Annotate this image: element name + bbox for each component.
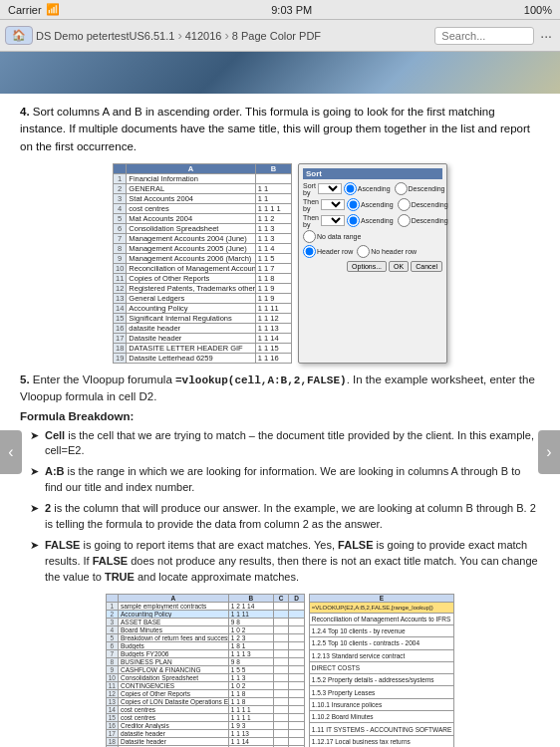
col-e-cell: 1.12.17 Local business tax returns <box>309 735 454 747</box>
sheet2-cell-d <box>289 602 304 610</box>
sheet2-cell-d <box>289 673 304 681</box>
col-e-cell: 1.10.2 Board Minutes <box>309 711 454 723</box>
bullet-arrow-3: ➤ <box>30 501 39 533</box>
bullet-content-1: Cell is the cell that we are trying to m… <box>45 428 540 460</box>
sheet2-row-num: 15 <box>106 713 118 721</box>
then-ascending-radio-1[interactable] <box>347 198 360 211</box>
sheet2-cell-b: 1 1 8 <box>228 689 273 697</box>
sheet2-cell-a: Budgets <box>118 641 228 649</box>
then-by-ascending-2[interactable]: Ascending <box>347 214 394 227</box>
sheet2-cell-d <box>289 689 304 697</box>
sheet1-row: 12Registered Patents, Trademarks other I… <box>114 283 292 293</box>
status-left: Carrier 📶 <box>8 3 60 16</box>
bullet-bold-3: 2 <box>45 502 51 514</box>
sheet2-cell-c <box>274 697 289 705</box>
then-by-select-1[interactable] <box>321 199 345 210</box>
sheet2-cell-a: cost centres <box>118 705 228 713</box>
sheet2-row: 8BUSINESS PLAN9 8 <box>106 657 304 665</box>
sort-ok-button[interactable]: OK <box>389 261 409 272</box>
home-icon: 🏠 <box>12 29 26 42</box>
then-by-select-2[interactable] <box>321 215 345 226</box>
then-by-ascending-1[interactable]: Ascending <box>347 198 394 211</box>
sort-by-select[interactable] <box>318 183 342 194</box>
col-e-header: E <box>309 594 454 602</box>
sheet2-cell-c <box>274 729 289 737</box>
then-descending-label-2: Descending <box>412 217 448 224</box>
sheet2-cell-b: 1 1 14 <box>228 737 273 745</box>
then-ascending-radio-2[interactable] <box>347 214 360 227</box>
sheet2-cell-c <box>274 713 289 721</box>
more-button[interactable]: ··· <box>537 28 555 44</box>
sheet2-cell-d <box>289 610 304 618</box>
breadcrumb-item-1[interactable]: DS Demo petertestUS6.51.1 <box>36 30 174 42</box>
col-e-cell: 1.10.1 Insurance polices <box>309 698 454 710</box>
sheet2-cell-b: 1 8 1 <box>228 641 273 649</box>
sheet2-cell-d <box>289 641 304 649</box>
sheet2-row-num: 18 <box>106 737 118 745</box>
sheet2-cell-d <box>289 649 304 657</box>
sort-cancel-button[interactable]: Cancel <box>411 261 442 272</box>
sheet2-row: 1sample employment contracts1 2 1 14 <box>106 602 304 610</box>
sheet1-cell-b: 1 1 1 1 <box>255 203 291 213</box>
sheet1-cell-a: Significant Internal Regulations <box>127 313 255 323</box>
sheet2-cell-c <box>274 689 289 697</box>
step4-content: Sort columns A and B in ascending order.… <box>20 106 530 152</box>
sort-by-ascending[interactable]: Ascending <box>344 182 391 195</box>
sheet1-row: 6Consolidation Spreadsheet1 1 3 <box>114 223 292 233</box>
sheet1-row-num: 2 <box>114 183 127 193</box>
sheet2-cell-b: 1 1 1 3 <box>228 649 273 657</box>
next-page-button[interactable]: › <box>538 430 560 474</box>
sheet1-cell-b: 1 1 3 <box>255 233 291 243</box>
sheet1-row-num: 9 <box>114 253 127 263</box>
sheet2-col-a: A <box>118 594 228 602</box>
sheet1-cell-b: 1 1 15 <box>255 343 291 353</box>
prev-page-button[interactable]: ‹ <box>0 430 22 474</box>
home-button[interactable]: 🏠 <box>5 26 33 45</box>
sort-by-label: Sort by <box>303 182 316 196</box>
breadcrumb-item-3[interactable]: 8 Page Color PDF <box>232 30 321 42</box>
no-data-radio[interactable] <box>303 230 316 243</box>
sheet2-cell-b: 1 1 8 <box>228 697 273 705</box>
sheet1-row: 16datasite header1 1 13 <box>114 323 292 333</box>
sheet1-row: 11Copies of Other Reports1 1 8 <box>114 273 292 283</box>
sheet2-cell-b: 9 8 <box>228 618 273 625</box>
no-data-range[interactable]: No data range <box>303 230 361 243</box>
sheet2-row: 12Copies of Other Reports1 1 8 <box>106 689 304 697</box>
col-e-row: 1.12.17 Local business tax returns <box>309 735 454 747</box>
sort-dialog: Sort Sort by Ascending <box>298 163 447 364</box>
header-row: Header row No header row <box>303 245 442 258</box>
then-descending-radio-1[interactable] <box>398 198 411 211</box>
breadcrumb-item-2[interactable]: 412016 <box>185 30 222 42</box>
sort-by-radios: Ascending Descending <box>344 182 445 195</box>
then-by-descending-2[interactable]: Descending <box>398 214 448 227</box>
then-descending-radio-2[interactable] <box>398 214 411 227</box>
descending-label: Descending <box>409 185 445 192</box>
sheet2-row: 16Creditor Analysis1 9 3 <box>106 721 304 729</box>
search-input[interactable] <box>434 27 534 45</box>
no-data-label: No data range <box>317 233 361 240</box>
bullet-bold-1: Cell <box>45 429 65 441</box>
sheet2-cell-a: Accounting Policy <box>118 610 228 618</box>
bullet-ab: ➤ A:B is the range in which we are looki… <box>30 464 540 496</box>
sheet1-row-num: 12 <box>114 283 127 293</box>
bullet-content-3: 2 is the column that will produce our an… <box>45 501 540 533</box>
sort-buttons: Options... OK Cancel <box>303 261 442 272</box>
sort-by-descending[interactable]: Descending <box>395 182 445 195</box>
sheet2-row-num: 1 <box>106 602 118 610</box>
content-wrapper: ‹ › 4. Sort columns A and B in ascending… <box>0 52 560 747</box>
sheet1-cell-b: 1 1 <box>255 193 291 203</box>
no-header-radio[interactable] <box>357 245 370 258</box>
sheet2-cell-a: Creditor Analysis <box>118 721 228 729</box>
sheet1-cell-a: Mat Accounts 2004 <box>127 213 255 223</box>
sheet1-row: 1Financial Information <box>114 173 292 183</box>
ascending-radio[interactable] <box>344 182 357 195</box>
no-header-option[interactable]: No header row <box>357 245 417 258</box>
header-row-option[interactable]: Header row <box>303 245 353 258</box>
sort-options-button[interactable]: Options... <box>347 261 387 272</box>
col-e-cell: 1.11 IT SYSTEMS - ACCOUNTING SOFTWARE <box>309 723 454 735</box>
sheet1-cell-a: datasite header <box>127 323 255 333</box>
then-by-descending-1[interactable]: Descending <box>398 198 448 211</box>
header-row-radio[interactable] <box>303 245 316 258</box>
sheet2-cell-d <box>289 665 304 673</box>
descending-radio[interactable] <box>395 182 408 195</box>
